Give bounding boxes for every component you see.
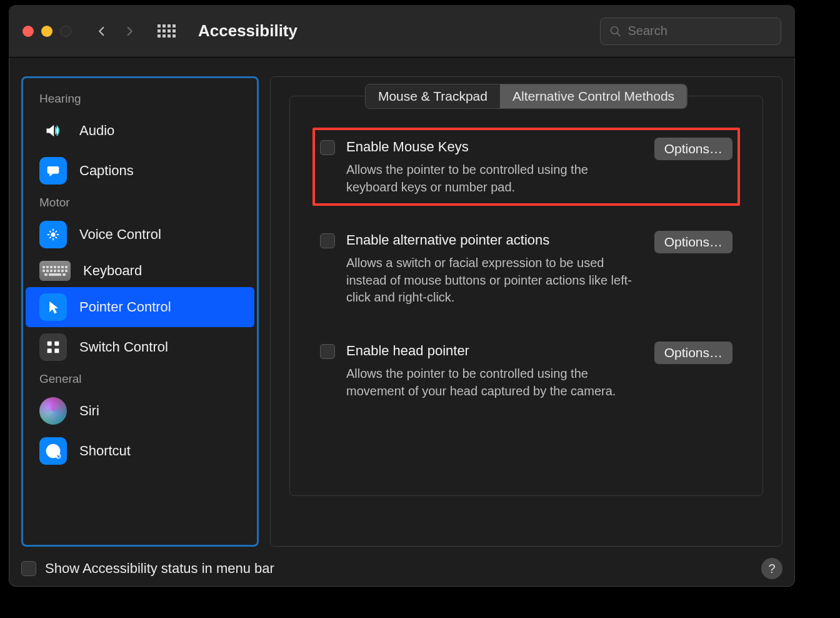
switch-control-icon [39, 333, 67, 361]
sidebar-item-shortcut[interactable]: Shortcut [26, 431, 254, 471]
svg-rect-9 [48, 348, 52, 353]
sidebar-item-label: Audio [79, 123, 114, 139]
svg-rect-10 [54, 348, 59, 353]
show-all-icon[interactable] [158, 24, 176, 38]
options-button-mouse-keys[interactable]: Options… [654, 138, 732, 160]
option-mouse-keys: Enable Mouse Keys Allows the pointer to … [312, 128, 740, 206]
sidebar-item-audio[interactable]: Audio [26, 111, 254, 151]
traffic-lights [22, 26, 71, 37]
checkbox-head-pointer[interactable] [320, 344, 335, 359]
svg-rect-7 [48, 342, 52, 346]
footer: Show Accessibility status in menu bar ? [21, 558, 782, 579]
voice-control-icon [39, 221, 67, 248]
search-input[interactable] [628, 24, 772, 38]
keyboard-icon [39, 261, 71, 281]
sidebar-item-siri[interactable]: Siri [26, 391, 254, 431]
options-button-head-pointer[interactable]: Options… [654, 342, 732, 364]
svg-point-12 [52, 446, 54, 448]
search-icon [609, 24, 622, 38]
sidebar-item-label: Switch Control [79, 339, 168, 355]
svg-point-6 [51, 233, 56, 237]
preferences-window: Accessibility Hearing Audio Captions Mot… [9, 5, 795, 587]
sidebar-item-keyboard[interactable]: Keyboard [26, 255, 254, 287]
page-title: Accessibility [198, 21, 590, 41]
settings-group: Mouse & Trackpad Alternative Control Met… [289, 96, 763, 496]
sidebar-item-pointer-control[interactable]: Pointer Control [26, 287, 254, 327]
toolbar: Accessibility [9, 5, 795, 58]
sidebar-item-label: Keyboard [83, 263, 142, 279]
tab-alternative-control-methods[interactable]: Alternative Control Methods [500, 84, 687, 108]
close-window-button[interactable] [22, 26, 34, 37]
speaker-icon [39, 117, 67, 144]
option-title: Enable Mouse Keys [346, 139, 643, 155]
svg-rect-8 [54, 342, 59, 346]
option-title: Enable head pointer [346, 343, 643, 359]
sidebar-section-general: General [26, 367, 254, 391]
main-panel: Mouse & Trackpad Alternative Control Met… [270, 76, 782, 547]
help-button[interactable]: ? [761, 558, 782, 579]
sidebar-item-switch-control[interactable]: Switch Control [26, 327, 254, 367]
option-description: Allows the pointer to be controlled usin… [346, 161, 643, 196]
zoom-window-button[interactable] [60, 26, 71, 37]
sidebar-item-voice-control[interactable]: Voice Control [26, 215, 254, 255]
option-alternative-pointer-actions: Enable alternative pointer actions Allow… [312, 221, 740, 317]
footer-label: Show Accessibility status in menu bar [45, 560, 752, 577]
checkbox-status-menubar[interactable] [21, 561, 36, 576]
sidebar-item-label: Siri [79, 403, 99, 419]
option-description: Allows a switch or facial expression to … [346, 255, 643, 306]
search-field-wrap[interactable] [600, 18, 781, 45]
tab-bar: Mouse & Trackpad Alternative Control Met… [365, 84, 688, 109]
sidebar: Hearing Audio Captions Motor Voice Contr… [21, 76, 259, 547]
sidebar-item-label: Voice Control [79, 226, 161, 243]
svg-rect-5 [52, 171, 58, 172]
option-title: Enable alternative pointer actions [346, 232, 643, 248]
svg-rect-3 [54, 169, 58, 170]
captions-icon [39, 157, 67, 185]
back-button[interactable] [96, 26, 108, 37]
pointer-icon [39, 293, 67, 321]
tab-mouse-trackpad[interactable]: Mouse & Trackpad [366, 84, 500, 108]
accessibility-shortcut-icon [39, 437, 67, 465]
sidebar-item-captions[interactable]: Captions [26, 151, 254, 191]
forward-button[interactable] [124, 26, 135, 37]
sidebar-section-hearing: Hearing [26, 87, 254, 111]
sidebar-item-label: Captions [79, 163, 134, 179]
minimize-window-button[interactable] [41, 26, 52, 37]
siri-icon [39, 397, 67, 425]
checkbox-mouse-keys[interactable] [320, 140, 335, 155]
svg-rect-4 [49, 171, 52, 172]
svg-rect-2 [49, 169, 54, 170]
svg-rect-1 [48, 166, 59, 174]
option-description: Allows the pointer to be controlled usin… [346, 365, 643, 400]
nav-arrows [96, 26, 135, 37]
options-button-alt-pointer[interactable]: Options… [654, 231, 732, 253]
option-head-pointer: Enable head pointer Allows the pointer t… [312, 332, 740, 410]
sidebar-section-motor: Motor [26, 191, 254, 215]
checkbox-alt-pointer[interactable] [320, 233, 335, 248]
sidebar-item-label: Shortcut [79, 443, 131, 459]
sidebar-item-label: Pointer Control [79, 299, 171, 315]
